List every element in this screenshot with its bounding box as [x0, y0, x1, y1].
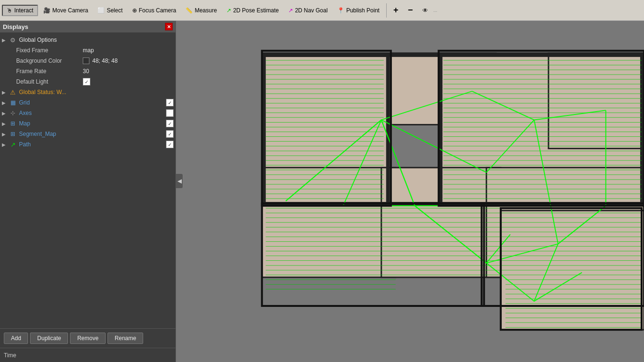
global-status-label: Global Status: W...	[19, 89, 174, 95]
bg-color-row: Background Color 48; 48; 48	[0, 56, 176, 66]
axes-item[interactable]: ▶ ⊹ Axes	[0, 108, 176, 118]
select-label: Select	[107, 7, 122, 14]
frame-rate-value[interactable]: 30	[83, 68, 89, 75]
expand-arrow-map: ▶	[2, 121, 8, 126]
svg-rect-4	[548, 53, 644, 149]
expand-arrow-segmap: ▶	[2, 132, 8, 137]
interact-label: Interact	[14, 7, 33, 14]
select-button[interactable]: ⬜ Select	[93, 5, 127, 16]
nav-goal-button[interactable]: ↗ 2D Nav Goal	[284, 5, 332, 16]
displays-title: Displays	[3, 23, 28, 30]
eye-button[interactable]: 👁	[418, 5, 432, 16]
nav-icon: ↗	[288, 7, 293, 14]
measure-label: Measure	[195, 7, 217, 14]
fixed-frame-value[interactable]: map	[83, 47, 94, 54]
eye-settings: ...	[433, 8, 437, 13]
global-status-item[interactable]: ▶ ⚠ Global Status: W...	[0, 87, 176, 97]
move-camera-button[interactable]: 🎥 Move Camera	[39, 5, 92, 16]
pose-icon: ↗	[226, 7, 231, 14]
remove-button[interactable]: Remove	[70, 333, 106, 344]
point-icon: 📍	[337, 7, 344, 14]
expand-arrow-global: ▶	[2, 38, 8, 43]
focus-camera-button[interactable]: ⊕ Focus Camera	[128, 5, 181, 16]
cursor-icon: 🖱	[7, 7, 12, 14]
viewport-content	[176, 21, 644, 362]
global-options-label: Global Options	[19, 37, 174, 43]
map-item[interactable]: ▶ ⊞ Map	[0, 118, 176, 129]
axes-checkbox[interactable]	[166, 109, 174, 117]
axes-label: Axes	[19, 110, 166, 116]
fixed-frame-label: Fixed Frame	[16, 47, 83, 54]
bg-color-value: 48; 48; 48	[92, 57, 117, 64]
segment-map-icon: ⊞	[9, 130, 17, 138]
expand-arrow-status: ▶	[2, 90, 8, 95]
pose-estimate-button[interactable]: ↗ 2D Pose Estimate	[222, 5, 283, 16]
focus-camera-label: Focus Camera	[139, 7, 176, 14]
path-item[interactable]: ▶ ↗ Path	[0, 139, 176, 150]
frame-rate-row: Frame Rate 30	[0, 66, 176, 76]
nav-goal-label: 2D Nav Goal	[295, 7, 328, 14]
gear-icon: ⚙	[9, 36, 17, 44]
map-checkbox[interactable]	[166, 120, 174, 127]
expand-arrow-axes: ▶	[2, 111, 8, 116]
publish-point-label: Publish Point	[346, 7, 380, 14]
focus-icon: ⊕	[132, 7, 137, 14]
bg-color-swatch[interactable]	[83, 57, 89, 64]
default-light-label: Default Light	[16, 78, 83, 85]
viewport[interactable]	[176, 21, 644, 362]
measure-button[interactable]: 📏 Measure	[181, 5, 221, 16]
segment-map-item[interactable]: ▶ ⊞ Segment_Map	[0, 129, 176, 139]
empty-area	[0, 182, 176, 328]
collapse-panel-button[interactable]: ◀	[176, 174, 183, 188]
segment-map-checkbox[interactable]	[166, 130, 174, 138]
toolbar: 🖱 Interact 🎥 Move Camera ⬜ Select ⊕ Focu…	[0, 0, 644, 21]
path-checkbox[interactable]	[166, 141, 174, 148]
pose-estimate-label: 2D Pose Estimate	[233, 7, 279, 14]
svg-rect-11	[386, 53, 390, 206]
select-icon: ⬜	[98, 7, 105, 14]
displays-header: Displays ✕	[0, 21, 176, 33]
zoom-out-button[interactable]: −	[403, 3, 417, 17]
map-label: Map	[19, 120, 166, 127]
grid-label: Grid	[19, 99, 166, 106]
warning-icon: ⚠	[9, 88, 17, 96]
measure-icon: 📏	[185, 7, 193, 14]
expand-arrow-grid: ▶	[2, 100, 8, 105]
zoom-in-button[interactable]: +	[389, 3, 403, 17]
frame-rate-label: Frame Rate	[16, 68, 83, 75]
publish-point-button[interactable]: 📍 Publish Point	[333, 5, 384, 16]
interact-button[interactable]: 🖱 Interact	[2, 5, 38, 16]
grid-checkbox[interactable]	[166, 99, 174, 106]
main-area: Displays ✕ ▶ ⚙ Global Options Fixed Fram…	[0, 21, 644, 362]
time-label: Time	[4, 352, 16, 359]
path-icon: ↗	[9, 140, 17, 149]
eye-icon: 👁	[422, 7, 428, 14]
bottom-buttons: Add Duplicate Remove Rename	[0, 328, 176, 348]
svg-rect-15	[262, 53, 644, 57]
time-bar: Time	[0, 348, 176, 362]
global-options-item[interactable]: ▶ ⚙ Global Options	[0, 35, 176, 45]
bg-color-label: Background Color	[16, 57, 83, 64]
segment-map-label: Segment_Map	[19, 131, 166, 137]
map-icon: ⊞	[9, 119, 17, 128]
default-light-row: Default Light	[0, 76, 176, 87]
left-panel: Displays ✕ ▶ ⚙ Global Options Fixed Fram…	[0, 21, 176, 362]
path-label: Path	[19, 141, 166, 148]
grid-icon: ▦	[9, 98, 17, 107]
axes-icon: ⊹	[9, 109, 17, 117]
expand-arrow-path: ▶	[2, 142, 8, 147]
close-button[interactable]: ✕	[165, 23, 173, 30]
toolbar-separator	[386, 3, 387, 18]
default-light-checkbox[interactable]	[83, 78, 90, 86]
move-camera-label: Move Camera	[52, 7, 88, 14]
duplicate-button[interactable]: Duplicate	[30, 333, 68, 344]
map-visualization	[176, 21, 644, 362]
tree-panel: ▶ ⚙ Global Options Fixed Frame map Backg…	[0, 33, 176, 182]
rename-button[interactable]: Rename	[107, 333, 143, 344]
grid-item[interactable]: ▶ ▦ Grid	[0, 97, 176, 108]
add-button[interactable]: Add	[4, 333, 28, 344]
fixed-frame-row: Fixed Frame map	[0, 45, 176, 56]
camera-icon: 🎥	[43, 7, 50, 14]
